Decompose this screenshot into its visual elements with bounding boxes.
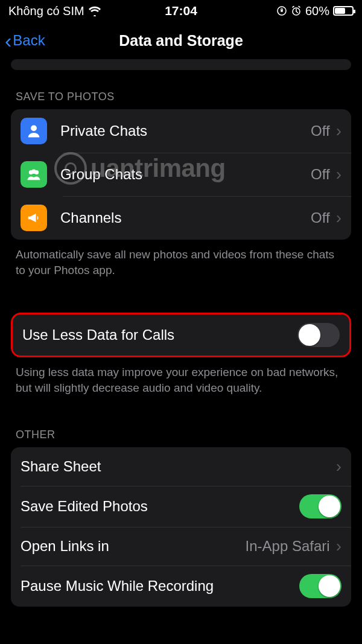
section-header-save-to-photos: SAVE TO PHOTOS <box>11 70 351 109</box>
row-label: Channels <box>60 209 311 226</box>
row-channels[interactable]: Channels Off › <box>11 196 351 240</box>
status-left: Không có SIM <box>8 4 101 18</box>
status-time: 17:04 <box>165 4 197 18</box>
back-label: Back <box>13 32 45 49</box>
row-share-sheet[interactable]: Share Sheet › <box>11 447 351 486</box>
person-icon <box>21 118 47 144</box>
chevron-right-icon: › <box>336 209 341 226</box>
svg-rect-1 <box>281 10 283 12</box>
previous-group-stub <box>11 59 351 70</box>
row-value: Off <box>311 123 330 139</box>
back-button[interactable]: ‹ Back <box>5 30 45 51</box>
nav-bar: ‹ Back Data and Storage <box>0 22 362 59</box>
toggle-use-less-data[interactable] <box>297 323 340 347</box>
row-private-chats[interactable]: Private Chats Off › <box>11 109 351 153</box>
battery-percent: 60% <box>305 4 329 18</box>
group-use-less-data: Use Less Data for Calls <box>11 313 351 357</box>
row-save-edited-photos[interactable]: Save Edited Photos <box>11 486 351 527</box>
battery-icon <box>333 6 354 16</box>
row-label: Use Less Data for Calls <box>22 327 297 343</box>
row-pause-music[interactable]: Pause Music While Recording <box>11 566 351 607</box>
rotation-lock-icon <box>276 5 287 16</box>
row-open-links-in[interactable]: Open Links in In-App Safari › <box>11 527 351 566</box>
toggle-pause-music[interactable] <box>299 574 341 598</box>
row-label: Open Links in <box>21 538 246 555</box>
row-value: In-App Safari <box>246 538 330 555</box>
page-title: Data and Storage <box>119 32 243 49</box>
section-footer-use-less-data: Using less data may improve your experie… <box>11 357 351 395</box>
carrier-text: Không có SIM <box>8 4 84 18</box>
section-footer-save-to-photos: Automatically save all new photos and vi… <box>11 240 351 278</box>
row-use-less-data[interactable]: Use Less Data for Calls <box>13 314 349 355</box>
row-group-chats[interactable]: Group Chats Off › <box>11 153 351 196</box>
section-header-other: OTHER <box>11 396 351 447</box>
group-icon <box>21 161 47 188</box>
toggle-save-edited-photos[interactable] <box>299 494 341 518</box>
row-value: Off <box>311 166 330 183</box>
status-right: 60% <box>276 4 354 18</box>
wifi-icon <box>88 5 101 16</box>
group-other: Share Sheet › Save Edited Photos Open Li… <box>11 447 351 607</box>
chevron-right-icon: › <box>336 166 341 183</box>
row-label: Group Chats <box>60 166 311 183</box>
chevron-right-icon: › <box>336 458 341 475</box>
group-save-to-photos: Private Chats Off › Group Chats Off › Ch… <box>11 109 351 240</box>
alarm-icon <box>291 5 302 16</box>
row-label: Pause Music While Recording <box>21 578 299 595</box>
chevron-right-icon: › <box>336 538 341 555</box>
svg-point-6 <box>31 170 36 174</box>
row-label: Share Sheet <box>21 458 334 475</box>
chevron-right-icon: › <box>336 123 341 139</box>
svg-point-3 <box>31 125 37 131</box>
row-value: Off <box>311 209 330 226</box>
row-label: Save Edited Photos <box>21 498 299 515</box>
chevron-left-icon: ‹ <box>5 30 11 51</box>
megaphone-icon <box>21 205 47 231</box>
row-label: Private Chats <box>60 123 311 139</box>
content: SAVE TO PHOTOS Private Chats Off › Group… <box>0 59 362 607</box>
status-bar: Không có SIM 17:04 60% <box>0 0 362 22</box>
